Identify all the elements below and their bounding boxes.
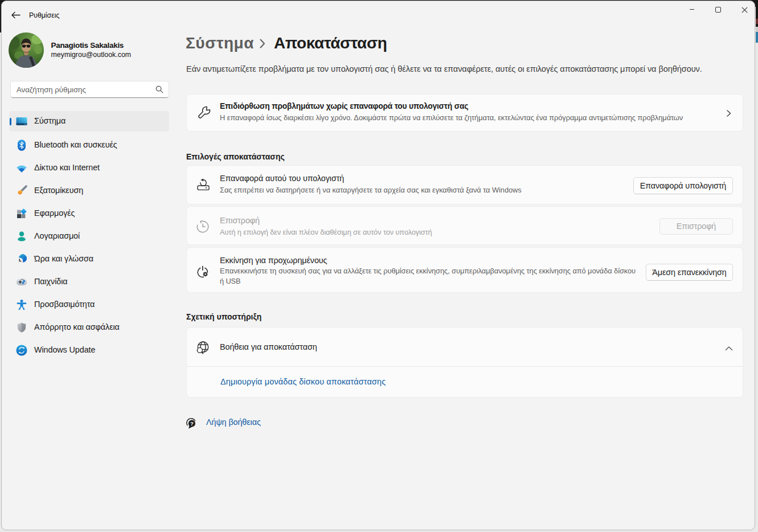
- svg-text:?: ?: [190, 420, 194, 427]
